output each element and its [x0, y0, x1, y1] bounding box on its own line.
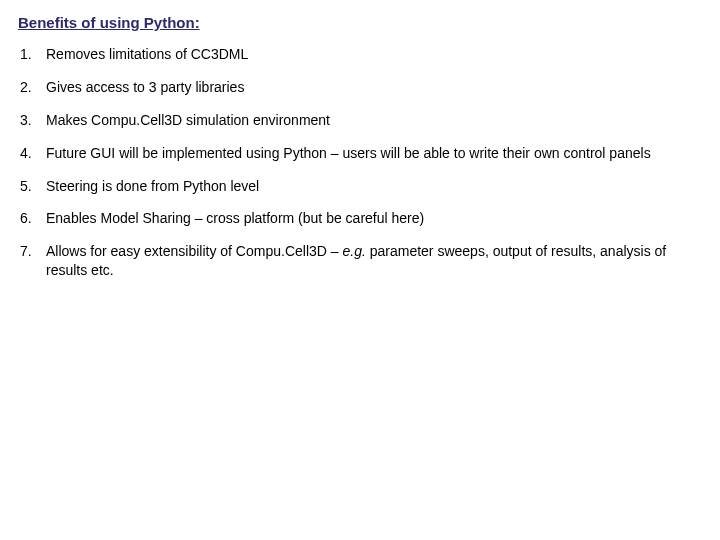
- list-item-text-prefix: Allows for easy extensibility of Compu.C…: [46, 243, 342, 259]
- list-item: Enables Model Sharing – cross platform (…: [18, 209, 702, 228]
- list-item: Makes Compu.Cell3D simulation environmen…: [18, 111, 702, 130]
- list-item: Future GUI will be implemented using Pyt…: [18, 144, 702, 163]
- slide-title: Benefits of using Python:: [18, 14, 702, 31]
- list-item: Removes limitations of CC3DML: [18, 45, 702, 64]
- list-item: Gives access to 3 party libraries: [18, 78, 702, 97]
- list-item: Steering is done from Python level: [18, 177, 702, 196]
- benefits-list: Removes limitations of CC3DML Gives acce…: [18, 45, 702, 280]
- list-item: Allows for easy extensibility of Compu.C…: [18, 242, 702, 280]
- list-item-text-italic: e.g.: [342, 243, 365, 259]
